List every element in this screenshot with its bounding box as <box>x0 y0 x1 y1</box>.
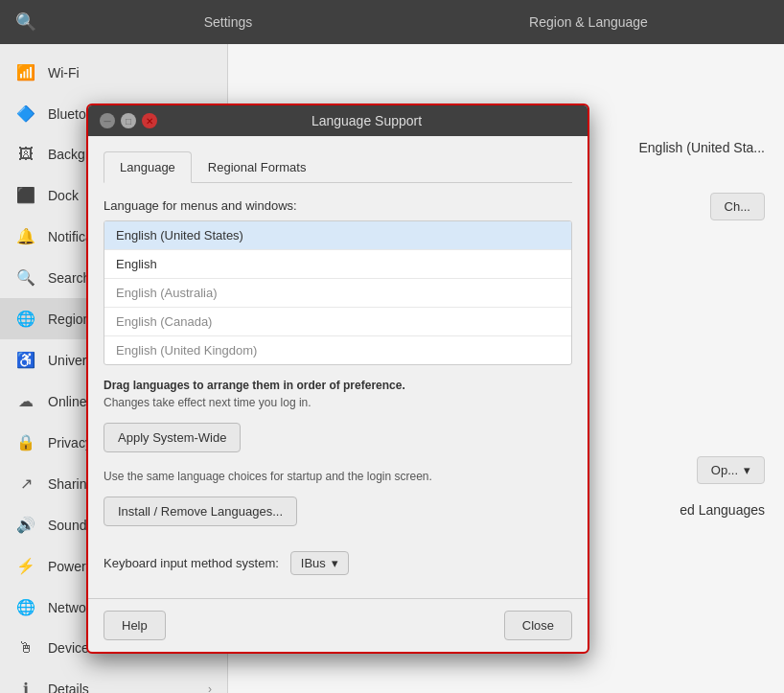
language-list: English (United States) English English … <box>104 220 572 365</box>
installed-languages-label: ed Languages <box>680 502 765 518</box>
list-item[interactable]: English (Australia) <box>104 279 571 308</box>
apply-hint: Use the same language choices for startu… <box>104 470 572 483</box>
dialog-title: Language Support <box>157 113 576 128</box>
dialog-titlebar: ─ □ ✕ Language Support <box>88 105 588 136</box>
region-icon: 🌐 <box>15 310 36 328</box>
details-icon: ℹ <box>15 680 36 693</box>
format-dropdown[interactable]: Op... ▾ <box>697 456 765 484</box>
privacy-icon: 🔒 <box>15 433 36 451</box>
install-button-row: Install / Remove Languages... <box>104 497 572 536</box>
power-icon: ⚡ <box>15 557 36 575</box>
keyboard-label: Keyboard input method system: <box>104 556 279 570</box>
language-value: English (United Sta... <box>638 140 765 155</box>
lang-item-label: English (Australia) <box>116 286 218 300</box>
tab-language[interactable]: Language <box>104 151 192 183</box>
format-value: Op... <box>711 463 738 477</box>
dialog-footer: Help Close <box>88 598 588 652</box>
sharing-icon: ↗ <box>15 474 36 493</box>
close-button[interactable]: Close <box>504 611 572 640</box>
manage-button[interactable]: Ch... <box>710 193 765 220</box>
wifi-icon: 📶 <box>15 63 36 81</box>
drag-hint: Drag languages to arrange them in order … <box>104 379 572 392</box>
sidebar-item-wifi-label: Wi-Fi <box>48 65 212 81</box>
background-icon: 🖼 <box>15 146 36 163</box>
universal-icon: ♿ <box>15 351 36 369</box>
keyboard-row: Keyboard input method system: IBus ▾ <box>104 551 572 575</box>
dock-icon: ⬛ <box>15 186 36 204</box>
search-icon[interactable]: 🔍 <box>15 12 36 33</box>
settings-title: Settings <box>48 14 408 30</box>
drag-hint-sub: Changes take effect next time you log in… <box>104 396 572 409</box>
details-arrow-icon: › <box>208 682 212 694</box>
dialog-content: Language Regional Formats Language for m… <box>88 136 588 598</box>
dialog-tabs: Language Regional Formats <box>104 151 572 183</box>
sidebar-item-details[interactable]: ℹ Details › <box>0 668 227 693</box>
dropdown-arrow-icon: ▾ <box>744 463 750 477</box>
sidebar-item-details-label: Details <box>48 681 208 694</box>
sidebar-item-wifi[interactable]: 📶 Wi-Fi <box>0 52 227 93</box>
list-item[interactable]: English (Canada) <box>104 308 571 336</box>
apply-system-wide-button[interactable]: Apply System-Wide <box>104 423 241 452</box>
lang-item-label: English (United Kingdom) <box>116 343 257 358</box>
language-section-label: Language for menus and windows: <box>104 198 572 213</box>
notifications-icon: 🔔 <box>15 227 36 245</box>
list-item[interactable]: English (United Kingdom) <box>104 336 571 364</box>
devices-icon: 🖱 <box>15 639 36 657</box>
online-icon: ☁ <box>15 392 36 410</box>
install-remove-languages-button[interactable]: Install / Remove Languages... <box>104 497 297 526</box>
bluetooth-icon: 🔷 <box>15 104 36 123</box>
tab-regional[interactable]: Regional Formats <box>192 151 323 183</box>
dialog-window-controls: ─ □ ✕ <box>100 113 157 128</box>
keyboard-method-value: IBus <box>301 556 326 570</box>
language-support-dialog: ─ □ ✕ Language Support Language Regional… <box>86 104 589 654</box>
top-bar: 🔍 Settings Region & Language <box>0 0 784 44</box>
apply-button-row: Apply System-Wide <box>104 423 572 462</box>
keyboard-method-dropdown[interactable]: IBus ▾ <box>290 551 349 575</box>
network-icon: 🌐 <box>15 598 36 616</box>
search-nav-icon: 🔍 <box>15 268 36 287</box>
help-button[interactable]: Help <box>104 611 166 640</box>
dialog-minimize-button[interactable]: ─ <box>100 113 115 128</box>
keyboard-dropdown-arrow-icon: ▾ <box>332 556 338 570</box>
tab-regional-label: Regional Formats <box>208 160 307 174</box>
sound-icon: 🔊 <box>15 516 36 534</box>
lang-item-label: English (Canada) <box>116 314 212 329</box>
settings-window: 🔍 Settings Region & Language 📶 Wi-Fi 🔷 B… <box>0 0 784 693</box>
lang-item-label: English (United States) <box>116 228 243 243</box>
dialog-close-title-button[interactable]: ✕ <box>142 113 157 128</box>
lang-item-label: English <box>116 257 157 271</box>
region-language-title: Region & Language <box>408 14 769 30</box>
list-item[interactable]: English <box>104 250 571 279</box>
list-item[interactable]: English (United States) <box>104 221 571 250</box>
dialog-maximize-button[interactable]: □ <box>121 113 136 128</box>
tab-language-label: Language <box>120 160 175 174</box>
